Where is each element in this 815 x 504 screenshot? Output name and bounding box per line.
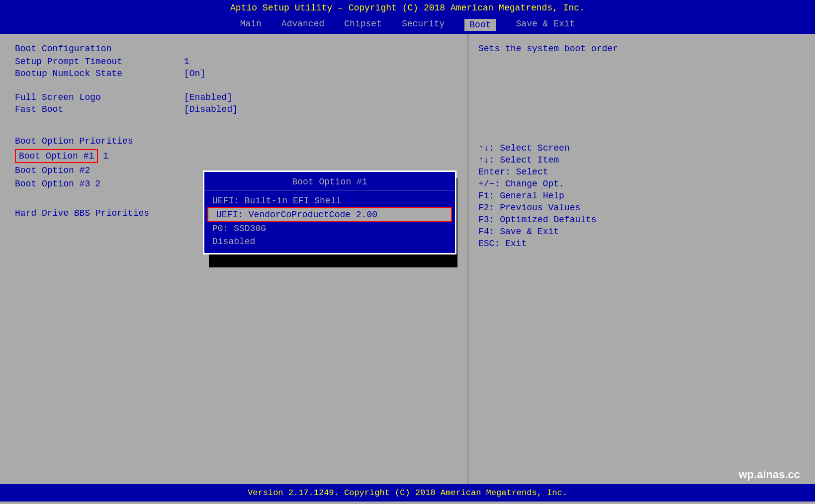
key-select-screen-desc: : Select Screen [489,143,570,153]
key-change-opt-desc: : Change Opt. [494,179,564,189]
numlock-label: Bootup NumLock State [15,69,184,79]
nav-boot[interactable]: Boot [464,19,496,31]
key-select-item: ↑↓: Select Item [478,155,805,165]
boot-priorities-title: Boot Option Priorities [15,136,453,146]
key-esc: ESC: Exit [478,239,805,249]
f1-key-label: F1 [478,191,489,201]
setup-prompt-row: Setup Prompt Timeout 1 [15,57,453,67]
boot-option-1-row[interactable]: Boot Option #1 1 [15,149,453,163]
key-esc-desc: : Exit [494,239,527,249]
key-f1-desc: : General Help [489,191,564,201]
boot-option-3-label[interactable]: Boot Option #3 [15,178,90,190]
nav-chipset[interactable]: Chipset [344,19,382,31]
top-bar: Aptio Setup Utility – Copyright (C) 2018… [0,0,815,16]
popup-title: Boot Option #1 [204,177,455,190]
arrow-updown-icon-2: ↑↓ [478,155,489,165]
key-f1: F1: General Help [478,191,805,201]
f2-key-label: F2 [478,203,489,213]
popup-item-1[interactable]: UEFI: VendorCoProductCode 2.00 [207,207,452,222]
keys-section: ↑↓: Select Screen ↑↓: Select Item Enter:… [478,143,805,249]
setup-prompt-value: 1 [184,57,189,67]
boot-option-3-number: 2 [95,179,110,189]
key-enter: Enter: Select [478,167,805,177]
nav-save-exit[interactable]: Save & Exit [516,19,575,31]
key-select-screen: ↑↓: Select Screen [478,143,805,153]
key-f4-desc: : Save & Exit [489,227,559,237]
key-f3: F3: Optimized Defaults [478,215,805,225]
key-f4: F4: Save & Exit [478,227,805,237]
numlock-row: Bootup NumLock State [On] [15,69,453,79]
key-f3-desc: : Optimized Defaults [489,215,597,225]
fastboot-value: [Disabled] [184,104,238,114]
nav-security[interactable]: Security [402,19,445,31]
fullscreen-row: Full Screen Logo [Enabled] [15,92,453,102]
f3-key-label: F3 [478,215,489,225]
popup-item-0[interactable]: UEFI: Built-in EFI Shell [204,194,455,207]
boot-option-2-label[interactable]: Boot Option #2 [15,165,90,176]
right-panel: Sets the system boot order ↑↓: Select Sc… [467,34,815,484]
numlock-value: [On] [184,69,205,79]
popup-item-3[interactable]: Disabled [204,235,455,248]
key-enter-desc: : Select [505,167,548,177]
key-f2: F2: Previous Values [478,203,805,213]
bottom-bar-text: Version 2.17.1249. Copyright (C) 2018 Am… [248,488,567,498]
fastboot-row: Fast Boot [Disabled] [15,104,453,114]
nav-advanced[interactable]: Advanced [281,19,324,31]
boot-option-1-number: 1 [103,151,118,161]
esc-key-label: ESC [478,239,494,249]
fullscreen-value: [Enabled] [184,92,232,102]
f4-key-label: F4 [478,227,489,237]
fullscreen-label: Full Screen Logo [15,92,184,102]
boot-config-title: Boot Configuration [15,44,453,54]
key-f2-desc: : Previous Values [489,203,581,213]
popup-item-2[interactable]: P0: SSD30G [204,222,455,235]
help-text: Sets the system boot order [478,44,805,54]
plusminus-icon: +/− [478,179,494,189]
top-bar-title: Aptio Setup Utility – Copyright (C) 2018… [230,3,585,13]
left-panel: Boot Configuration Setup Prompt Timeout … [0,34,467,484]
main-content: Boot Configuration Setup Prompt Timeout … [0,34,815,484]
setup-prompt-label: Setup Prompt Timeout [15,57,184,67]
key-change-opt: +/−: Change Opt. [478,179,805,189]
arrow-updown-icon-1: ↑↓ [478,143,489,153]
key-select-item-desc: : Select Item [489,155,559,165]
boot-option-1-label[interactable]: Boot Option #1 [15,149,98,163]
nav-bar[interactable]: Main Advanced Chipset Security Boot Save… [0,16,815,34]
nav-main[interactable]: Main [240,19,262,31]
watermark: wp.ainas.cc [738,468,800,481]
boot-option-popup[interactable]: Boot Option #1 UEFI: Built-in EFI Shell … [203,170,456,254]
bottom-bar: Version 2.17.1249. Copyright (C) 2018 Am… [0,484,815,502]
enter-key-label: Enter [478,167,505,177]
fastboot-label: Fast Boot [15,104,184,114]
